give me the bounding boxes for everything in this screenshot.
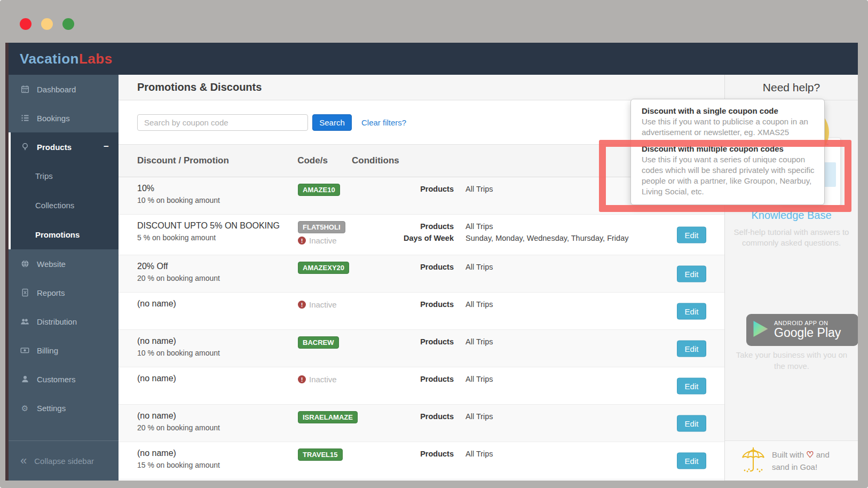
scrollbar[interactable]: [858, 43, 862, 481]
sidebar-item-collections[interactable]: Collections: [11, 191, 119, 220]
condition-label: Products: [383, 185, 454, 193]
clear-filters-link[interactable]: Clear filters?: [361, 118, 406, 127]
sidebar-item-label: Promotions: [35, 230, 80, 239]
exclamation-icon: !: [298, 375, 306, 383]
sidebar-item-customers[interactable]: Customers: [9, 365, 119, 393]
condition-line: ProductsAll Trips: [383, 337, 724, 346]
promotion-name-cell: (no name): [137, 299, 298, 329]
coupon-code-badge: TRAVEL15: [298, 448, 343, 461]
sidebar-item-label: Trips: [35, 171, 53, 180]
lightbulb-icon: [20, 143, 29, 151]
coupon-code-badge: AMAZE10: [298, 184, 340, 196]
sidebar-item-billing[interactable]: Billing: [9, 336, 119, 365]
sidebar-item-label: Dashboard: [37, 85, 76, 94]
edit-button[interactable]: Edit: [677, 452, 706, 469]
brand-logo[interactable]: VacationLabs: [20, 51, 113, 67]
sidebar-item-settings[interactable]: ⚙Settings: [9, 393, 119, 422]
sidebar-item-distribution[interactable]: Distribution: [9, 307, 119, 336]
promotion-name-cell: (no name)20 % on booking amount: [137, 411, 298, 442]
dropdown-item-title: Discount with multiple coupon codes: [642, 144, 814, 153]
dropdown-item[interactable]: Discount with a single coupon codeUse th…: [642, 106, 814, 138]
condition-line: ProductsAll Trips: [383, 375, 724, 383]
table-row: (no name)10 % on booking amountBACREWPro…: [119, 330, 724, 367]
calendar-icon: [20, 85, 29, 93]
angles-left-icon: «: [20, 455, 27, 467]
table-row: DISCOUNT UPTO 5% ON BOOKING5 % on bookin…: [119, 215, 724, 255]
help-panel-title: Need help?: [725, 75, 858, 100]
sidebar-item-website[interactable]: Website: [9, 249, 119, 278]
promotion-code-cell: !Inactive: [298, 374, 383, 404]
table-body: 10%10 % on booking amountAMAZE10Products…: [119, 177, 724, 479]
coupon-code-badge: AMAZEXY20: [298, 262, 349, 274]
condition-label: Products: [383, 412, 454, 421]
sidebar-item-reports[interactable]: Reports: [9, 278, 119, 307]
collapse-sidebar-label: Collapse sidebar: [34, 456, 94, 466]
dropdown-item-title: Discount with a single coupon code: [642, 106, 814, 115]
sidebar-item-promotions[interactable]: Promotions: [11, 220, 119, 249]
search-button[interactable]: Search: [312, 114, 352, 131]
google-play-badge[interactable]: ANDROID APP ON Google Play: [746, 314, 858, 346]
maximize-button[interactable]: [62, 18, 74, 30]
top-navbar: VacationLabs: [5, 43, 862, 75]
coupon-search-input[interactable]: [137, 114, 308, 131]
window-frame: VacationLabs DashboardBookingsProducts−T…: [0, 0, 868, 488]
beach-umbrella-icon: [741, 446, 766, 476]
edit-button[interactable]: Edit: [677, 377, 706, 394]
promotion-conditions-cell: ProductsAll Trips: [383, 374, 724, 404]
column-header-conditions: Conditions: [346, 155, 399, 166]
promotion-name: (no name): [137, 336, 298, 346]
promotion-name: (no name): [137, 299, 298, 309]
condition-label: Days of Week: [383, 234, 454, 242]
table-row: (no name)!InactiveProductsAll TripsEdit: [119, 293, 724, 330]
promotion-name: (no name): [137, 448, 298, 458]
minimize-button[interactable]: [41, 18, 53, 30]
close-button[interactable]: [20, 18, 31, 30]
promotion-conditions-cell: ProductsAll Trips: [383, 411, 724, 442]
inactive-status: !Inactive: [298, 236, 383, 245]
gplay-caption: Take your business with you on the move.: [730, 349, 853, 372]
edit-button[interactable]: Edit: [677, 340, 706, 357]
sidebar-item-dashboard[interactable]: Dashboard: [9, 75, 119, 104]
condition-line: ProductsAll Trips: [383, 450, 724, 458]
promotion-name: 10%: [137, 184, 298, 193]
promotion-conditions-cell: ProductsAll Trips: [383, 299, 724, 329]
globe-icon: [20, 259, 29, 268]
table-row: (no name)15 % on booking amountTRAVEL15P…: [119, 442, 724, 479]
promotion-code-cell: ISRAELAMAZE: [298, 411, 383, 442]
knowledge-base-description: Self-help tutorial with answers to commo…: [733, 227, 850, 249]
promotion-conditions-cell: ProductsAll Trips: [383, 262, 724, 292]
edit-button[interactable]: Edit: [677, 226, 706, 243]
promotion-subtitle: 20 % on booking amount: [137, 274, 298, 282]
promotion-name-cell: (no name): [137, 374, 298, 404]
sidebar-nav: DashboardBookingsProducts−TripsCollectio…: [9, 75, 119, 481]
sidebar-item-label: Reports: [37, 288, 65, 297]
exclamation-icon: !: [298, 237, 306, 245]
heart-icon: ♡: [806, 450, 814, 459]
column-header-discount: Discount / Promotion: [119, 155, 279, 166]
promotion-code-cell: AMAZE10: [298, 184, 383, 214]
collapse-sidebar-button[interactable]: « Collapse sidebar: [9, 440, 119, 481]
dropdown-item[interactable]: Discount with multiple coupon codesUse t…: [642, 144, 814, 197]
inactive-label: Inactive: [309, 236, 337, 245]
sidebar-item-trips[interactable]: Trips: [11, 161, 119, 191]
edit-button[interactable]: Edit: [677, 303, 706, 319]
window-left-edge: [5, 43, 9, 481]
gear-icon: ⚙: [20, 404, 29, 412]
collapse-section-icon[interactable]: −: [104, 141, 109, 152]
condition-value: All Trips: [465, 263, 493, 271]
help-footer: Built with ♡ and sand in Goa!: [725, 440, 858, 481]
condition-value: Sunday, Monday, Wednesday, Thursday, Fri…: [465, 234, 628, 242]
table-row: 20% Off20 % on booking amountAMAZEXY20Pr…: [119, 255, 724, 293]
inactive-label: Inactive: [309, 375, 337, 384]
edit-button[interactable]: Edit: [677, 265, 706, 282]
sidebar-item-bookings[interactable]: Bookings: [9, 104, 119, 132]
sidebar-item-products[interactable]: Products−: [11, 132, 119, 161]
users-icon: [20, 317, 29, 326]
knowledge-base-link[interactable]: Knowledge Base: [725, 209, 858, 222]
promotion-code-cell: BACREW: [298, 336, 383, 367]
edit-button[interactable]: Edit: [677, 415, 706, 431]
app-window: VacationLabs DashboardBookingsProducts−T…: [5, 43, 862, 481]
promotion-name-cell: DISCOUNT UPTO 5% ON BOOKING5 % on bookin…: [137, 221, 298, 255]
promotion-subtitle: 5 % on booking amount: [137, 233, 298, 242]
condition-label: Products: [383, 450, 454, 458]
